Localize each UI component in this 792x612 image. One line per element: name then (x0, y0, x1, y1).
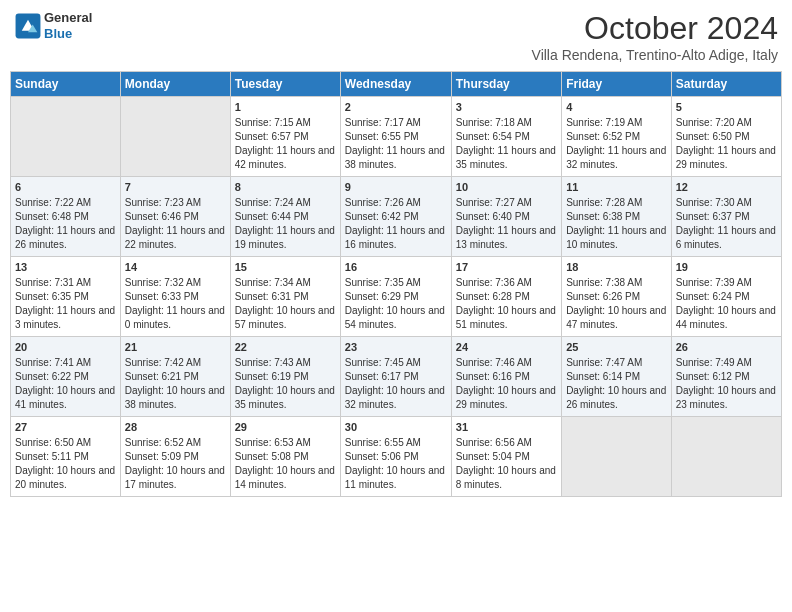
calendar-cell: 5Sunrise: 7:20 AMSunset: 6:50 PMDaylight… (671, 97, 781, 177)
day-number: 5 (676, 100, 777, 115)
sunrise-text: Sunrise: 7:34 AM (235, 276, 336, 290)
daylight-text: Daylight: 10 hours and 29 minutes. (456, 384, 557, 412)
weekday-saturday: Saturday (671, 72, 781, 97)
sunrise-text: Sunrise: 7:20 AM (676, 116, 777, 130)
calendar-cell (120, 97, 230, 177)
sunset-text: Sunset: 6:42 PM (345, 210, 447, 224)
daylight-text: Daylight: 11 hours and 13 minutes. (456, 224, 557, 252)
calendar-cell: 7Sunrise: 7:23 AMSunset: 6:46 PMDaylight… (120, 177, 230, 257)
calendar-cell (562, 417, 672, 497)
calendar-cell: 11Sunrise: 7:28 AMSunset: 6:38 PMDayligh… (562, 177, 672, 257)
sunset-text: Sunset: 6:28 PM (456, 290, 557, 304)
sunrise-text: Sunrise: 7:47 AM (566, 356, 667, 370)
calendar-cell: 20Sunrise: 7:41 AMSunset: 6:22 PMDayligh… (11, 337, 121, 417)
sunrise-text: Sunrise: 7:24 AM (235, 196, 336, 210)
sunrise-text: Sunrise: 7:43 AM (235, 356, 336, 370)
day-number: 13 (15, 260, 116, 275)
calendar-cell: 26Sunrise: 7:49 AMSunset: 6:12 PMDayligh… (671, 337, 781, 417)
daylight-text: Daylight: 10 hours and 54 minutes. (345, 304, 447, 332)
daylight-text: Daylight: 10 hours and 51 minutes. (456, 304, 557, 332)
day-number: 8 (235, 180, 336, 195)
daylight-text: Daylight: 10 hours and 47 minutes. (566, 304, 667, 332)
logo-line2: Blue (44, 26, 92, 42)
calendar-week-3: 13Sunrise: 7:31 AMSunset: 6:35 PMDayligh… (11, 257, 782, 337)
weekday-tuesday: Tuesday (230, 72, 340, 97)
sunset-text: Sunset: 6:57 PM (235, 130, 336, 144)
day-number: 27 (15, 420, 116, 435)
sunrise-text: Sunrise: 7:30 AM (676, 196, 777, 210)
calendar-cell: 9Sunrise: 7:26 AMSunset: 6:42 PMDaylight… (340, 177, 451, 257)
logo: General Blue (14, 10, 92, 41)
sunset-text: Sunset: 5:04 PM (456, 450, 557, 464)
sunrise-text: Sunrise: 6:55 AM (345, 436, 447, 450)
sunset-text: Sunset: 5:11 PM (15, 450, 116, 464)
sunset-text: Sunset: 6:35 PM (15, 290, 116, 304)
day-number: 25 (566, 340, 667, 355)
logo-icon (14, 12, 42, 40)
sunrise-text: Sunrise: 7:22 AM (15, 196, 116, 210)
daylight-text: Daylight: 11 hours and 38 minutes. (345, 144, 447, 172)
sunset-text: Sunset: 6:29 PM (345, 290, 447, 304)
calendar-cell: 27Sunrise: 6:50 AMSunset: 5:11 PMDayligh… (11, 417, 121, 497)
sunrise-text: Sunrise: 7:42 AM (125, 356, 226, 370)
calendar-cell: 13Sunrise: 7:31 AMSunset: 6:35 PMDayligh… (11, 257, 121, 337)
sunset-text: Sunset: 5:06 PM (345, 450, 447, 464)
day-number: 12 (676, 180, 777, 195)
day-number: 6 (15, 180, 116, 195)
daylight-text: Daylight: 10 hours and 11 minutes. (345, 464, 447, 492)
daylight-text: Daylight: 10 hours and 20 minutes. (15, 464, 116, 492)
sunset-text: Sunset: 6:17 PM (345, 370, 447, 384)
sunset-text: Sunset: 6:14 PM (566, 370, 667, 384)
calendar-cell: 31Sunrise: 6:56 AMSunset: 5:04 PMDayligh… (451, 417, 561, 497)
day-number: 28 (125, 420, 226, 435)
sunset-text: Sunset: 6:22 PM (15, 370, 116, 384)
calendar-cell (11, 97, 121, 177)
calendar-table: SundayMondayTuesdayWednesdayThursdayFrid… (10, 71, 782, 497)
calendar-cell: 24Sunrise: 7:46 AMSunset: 6:16 PMDayligh… (451, 337, 561, 417)
daylight-text: Daylight: 11 hours and 10 minutes. (566, 224, 667, 252)
daylight-text: Daylight: 10 hours and 41 minutes. (15, 384, 116, 412)
sunrise-text: Sunrise: 7:32 AM (125, 276, 226, 290)
day-number: 11 (566, 180, 667, 195)
sunrise-text: Sunrise: 6:56 AM (456, 436, 557, 450)
day-number: 23 (345, 340, 447, 355)
daylight-text: Daylight: 10 hours and 35 minutes. (235, 384, 336, 412)
sunset-text: Sunset: 6:31 PM (235, 290, 336, 304)
day-number: 2 (345, 100, 447, 115)
calendar-week-2: 6Sunrise: 7:22 AMSunset: 6:48 PMDaylight… (11, 177, 782, 257)
sunrise-text: Sunrise: 7:49 AM (676, 356, 777, 370)
calendar-cell: 4Sunrise: 7:19 AMSunset: 6:52 PMDaylight… (562, 97, 672, 177)
sunset-text: Sunset: 5:08 PM (235, 450, 336, 464)
calendar-cell: 16Sunrise: 7:35 AMSunset: 6:29 PMDayligh… (340, 257, 451, 337)
calendar-cell: 18Sunrise: 7:38 AMSunset: 6:26 PMDayligh… (562, 257, 672, 337)
daylight-text: Daylight: 10 hours and 17 minutes. (125, 464, 226, 492)
calendar-cell: 15Sunrise: 7:34 AMSunset: 6:31 PMDayligh… (230, 257, 340, 337)
day-number: 16 (345, 260, 447, 275)
weekday-sunday: Sunday (11, 72, 121, 97)
sunset-text: Sunset: 6:37 PM (676, 210, 777, 224)
day-number: 21 (125, 340, 226, 355)
day-number: 4 (566, 100, 667, 115)
calendar-cell: 21Sunrise: 7:42 AMSunset: 6:21 PMDayligh… (120, 337, 230, 417)
sunset-text: Sunset: 6:44 PM (235, 210, 336, 224)
daylight-text: Daylight: 10 hours and 32 minutes. (345, 384, 447, 412)
calendar-cell: 30Sunrise: 6:55 AMSunset: 5:06 PMDayligh… (340, 417, 451, 497)
day-number: 14 (125, 260, 226, 275)
day-number: 19 (676, 260, 777, 275)
daylight-text: Daylight: 11 hours and 0 minutes. (125, 304, 226, 332)
sunset-text: Sunset: 6:33 PM (125, 290, 226, 304)
daylight-text: Daylight: 11 hours and 26 minutes. (15, 224, 116, 252)
sunrise-text: Sunrise: 7:19 AM (566, 116, 667, 130)
calendar-cell: 14Sunrise: 7:32 AMSunset: 6:33 PMDayligh… (120, 257, 230, 337)
sunrise-text: Sunrise: 6:50 AM (15, 436, 116, 450)
sunrise-text: Sunrise: 7:35 AM (345, 276, 447, 290)
weekday-monday: Monday (120, 72, 230, 97)
sunset-text: Sunset: 6:46 PM (125, 210, 226, 224)
daylight-text: Daylight: 10 hours and 8 minutes. (456, 464, 557, 492)
sunrise-text: Sunrise: 7:26 AM (345, 196, 447, 210)
daylight-text: Daylight: 10 hours and 23 minutes. (676, 384, 777, 412)
sunset-text: Sunset: 5:09 PM (125, 450, 226, 464)
weekday-header-row: SundayMondayTuesdayWednesdayThursdayFrid… (11, 72, 782, 97)
sunset-text: Sunset: 6:48 PM (15, 210, 116, 224)
daylight-text: Daylight: 10 hours and 38 minutes. (125, 384, 226, 412)
